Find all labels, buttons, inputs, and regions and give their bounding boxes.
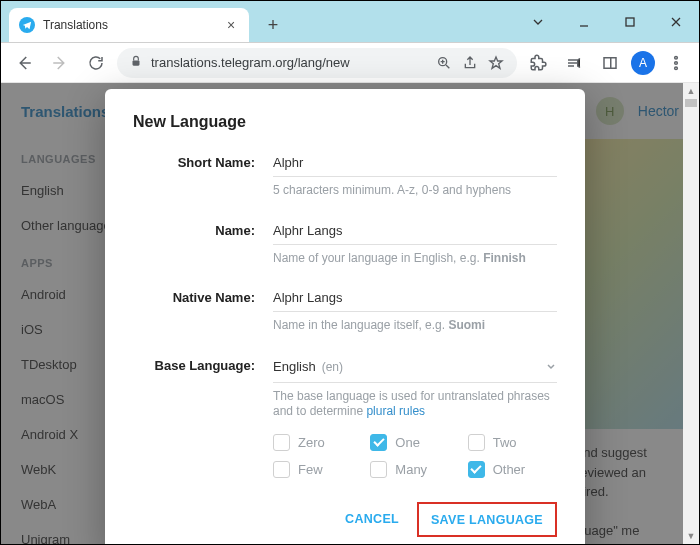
close-tab-icon[interactable]: × (223, 17, 239, 33)
window-maximize-icon[interactable] (607, 1, 653, 42)
new-language-modal: New Language Short Name: 5 characters mi… (105, 89, 585, 545)
extensions-icon[interactable] (523, 48, 553, 78)
forward-button[interactable] (45, 48, 75, 78)
label-short-name: Short Name: (133, 151, 273, 213)
url-text: translations.telegram.org/lang/new (151, 55, 427, 70)
save-button-highlight: SAVE LANGUAGE (417, 502, 557, 537)
tab-title: Translations (43, 18, 215, 32)
hint-native-name: Name in the language itself, e.g. Suomi (273, 318, 557, 334)
svg-rect-0 (626, 18, 634, 26)
zoom-icon[interactable] (435, 55, 453, 71)
short-name-input[interactable] (273, 151, 557, 177)
scroll-thumb[interactable] (685, 99, 697, 107)
svg-point-5 (675, 61, 678, 64)
modal-title: New Language (133, 113, 557, 131)
save-language-button[interactable]: SAVE LANGUAGE (429, 511, 545, 529)
modal-actions: CANCEL SAVE LANGUAGE (133, 502, 557, 537)
scroll-down-arrow[interactable]: ▼ (683, 528, 699, 544)
svg-point-4 (675, 56, 678, 59)
new-tab-button[interactable]: + (259, 11, 287, 39)
cancel-button[interactable]: CANCEL (331, 502, 413, 537)
vertical-scrollbar[interactable]: ▲ ▼ (683, 83, 699, 544)
check-other[interactable]: Other (468, 461, 557, 478)
reload-button[interactable] (81, 48, 111, 78)
window-titlebar: Translations × + (1, 1, 699, 43)
avatar-letter: A (639, 56, 647, 70)
name-input[interactable] (273, 219, 557, 245)
media-control-icon[interactable] (559, 48, 589, 78)
check-many[interactable]: Many (370, 461, 459, 478)
scroll-up-arrow[interactable]: ▲ (683, 83, 699, 99)
back-button[interactable] (9, 48, 39, 78)
bookmark-icon[interactable] (487, 55, 505, 71)
window-minimize-icon[interactable] (561, 1, 607, 42)
share-icon[interactable] (461, 55, 479, 71)
window-controls-group (515, 1, 699, 42)
check-one[interactable]: One (370, 434, 459, 451)
window-dropdown-icon[interactable] (515, 1, 561, 42)
profile-avatar[interactable]: A (631, 51, 655, 75)
label-name: Name: (133, 219, 273, 281)
check-zero[interactable]: Zero (273, 434, 362, 451)
browser-toolbar: translations.telegram.org/lang/new A (1, 43, 699, 83)
check-two[interactable]: Two (468, 434, 557, 451)
hint-short-name: 5 characters minimum. A-z, 0-9 and hyphe… (273, 183, 557, 199)
window-close-icon[interactable] (653, 1, 699, 42)
menu-icon[interactable] (661, 48, 691, 78)
label-native-name: Native Name: (133, 286, 273, 348)
address-bar[interactable]: translations.telegram.org/lang/new (117, 48, 517, 78)
plural-rules-link[interactable]: plural rules (366, 404, 425, 418)
native-name-input[interactable] (273, 286, 557, 312)
label-base-language: Base Language: (133, 354, 273, 488)
sidepanel-icon[interactable] (595, 48, 625, 78)
svg-point-6 (675, 66, 678, 69)
base-language-select[interactable]: English (en) (273, 354, 557, 383)
hint-base-language: The base language is used for untranslat… (273, 389, 557, 420)
telegram-icon (19, 17, 35, 33)
hint-name: Name of your language in English, e.g. F… (273, 251, 557, 267)
plural-checks: Zero One Two Few Many Other (273, 434, 557, 478)
svg-rect-1 (133, 60, 140, 65)
lock-icon (129, 54, 143, 71)
check-few[interactable]: Few (273, 461, 362, 478)
browser-tab[interactable]: Translations × (9, 8, 249, 42)
chevron-down-icon (545, 358, 557, 376)
